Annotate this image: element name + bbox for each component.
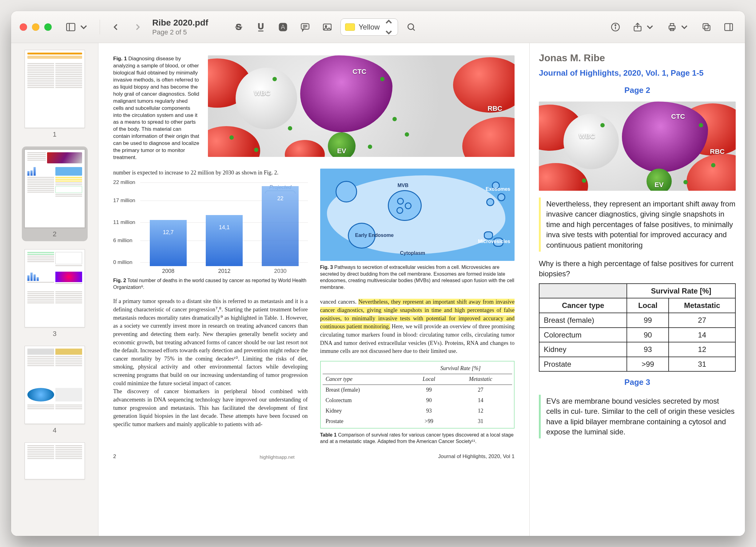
close-window-button[interactable]: [20, 23, 27, 31]
thumbnail-page-3[interactable]: 3: [22, 249, 88, 338]
thumbnail-page-5[interactable]: [22, 442, 88, 479]
chart-x-tick: 2030: [274, 267, 286, 275]
table-row: Colorectum9014: [323, 395, 512, 406]
notes-panel[interactable]: Jonas M. Ribe Journal of Highlights, 202…: [530, 43, 745, 536]
cell-local: >99: [409, 416, 449, 427]
svg-rect-23: [705, 25, 710, 30]
zoom-window-button[interactable]: [44, 23, 52, 31]
comment-tool-button[interactable]: [296, 18, 314, 36]
toolbar: Ribe 2020.pdf Page 2 of 5 S U A Yellow: [11, 11, 745, 43]
fig2-caption: Fig. 2 Total number of deaths in the wor…: [113, 277, 308, 290]
minimize-window-button[interactable]: [32, 23, 39, 31]
thumbnail-number: 4: [53, 426, 56, 434]
share-button[interactable]: [629, 18, 659, 36]
table1: Survival Rate [%] Cancer type Local Meta…: [323, 363, 512, 426]
fig3-caption: Fig. 3 Pathways to secretion of extracel…: [320, 264, 515, 290]
cell-meta: 27: [669, 313, 735, 328]
table1-highlight-box[interactable]: Survival Rate [%] Cancer type Local Meta…: [320, 361, 515, 428]
left-body: If a primary tumor spreads to a distant …: [113, 297, 308, 428]
page-forward-button[interactable]: [129, 18, 147, 36]
highlight-color-swatch: [345, 23, 355, 31]
cell-meta: 12: [449, 406, 512, 416]
svg-text:A: A: [281, 23, 285, 31]
thumbnail-number: 1: [53, 130, 56, 138]
cell-cancer-type: Kidney: [323, 406, 409, 416]
highlight-color-picker[interactable]: Yellow: [340, 18, 398, 36]
fig1-label-ctc: CTC: [352, 68, 366, 76]
fig1-label-ev: EV: [337, 147, 346, 155]
svg-rect-21: [670, 23, 674, 26]
cell-cancer-type: Kidney: [539, 342, 627, 357]
cell-cancer-type: Breast (female): [539, 313, 627, 328]
underline-tool-button[interactable]: U: [252, 18, 270, 36]
cell-meta: 27: [449, 385, 512, 395]
thumbnail-page-1[interactable]: 1: [22, 50, 88, 138]
pdf-viewer[interactable]: Fig. 1 Diagnosing disease by analyzing a…: [98, 43, 530, 536]
notes-panel-toggle-button[interactable]: [720, 18, 738, 36]
highlight-color-label: Yellow: [359, 23, 380, 31]
page-number: 2: [113, 453, 116, 460]
cell-cancer-type: Colorectum: [539, 328, 627, 342]
window-controls: [20, 23, 52, 31]
chart-bar-value: 12,7: [163, 229, 174, 237]
chart-bar-value: 14,1: [219, 224, 230, 232]
page-footer: 2 highlightsapp.net Journal of Highlight…: [113, 453, 515, 460]
footer-site: highlightsapp.net: [116, 454, 438, 460]
right-body: vanced cancers. Nevertheless, they repre…: [320, 298, 515, 355]
chart-y-tick: 6 million: [113, 237, 132, 244]
chart-bar: 222030: [262, 186, 299, 266]
chart-y-tick: 22 million: [113, 179, 135, 186]
info-button[interactable]: [607, 18, 624, 36]
cell-cancer-type: Breast (female): [323, 385, 409, 395]
notes-green-snippet[interactable]: EVs are membrane bound vesicles secreted…: [539, 395, 736, 438]
cell-local: 93: [409, 406, 449, 416]
stepper-icon: [384, 17, 394, 38]
table-row: Prostate>9931: [323, 416, 512, 427]
fig3-label: Fig. 3: [320, 265, 333, 270]
table1-caption: Table 1 Comparison of survival rates for…: [320, 432, 515, 445]
lead-sentence: number is expected to increase to 22 mil…: [113, 169, 308, 177]
copy-button[interactable]: [698, 18, 715, 36]
fig1-label-rbc: RBC: [487, 105, 502, 113]
fig1-label: Fig. 1: [113, 56, 127, 62]
thumbnail-page-4[interactable]: 4: [22, 346, 88, 434]
svg-point-18: [615, 24, 616, 25]
search-button[interactable]: [402, 18, 420, 36]
text-highlight-tool-button[interactable]: A: [274, 18, 292, 36]
content-area: 1: [11, 43, 745, 536]
fig1-caption: Fig. 1 Diagnosing disease by analyzing a…: [113, 55, 199, 161]
table-row: Breast (female)9927: [539, 313, 735, 328]
svg-point-13: [325, 25, 327, 27]
notes-user-question[interactable]: Why is there a high percentage of false …: [539, 258, 736, 279]
cell-meta: 31: [449, 416, 512, 427]
cell-local: 99: [409, 385, 449, 395]
thumbnail-page-2[interactable]: 2: [22, 146, 88, 241]
page-back-button[interactable]: [107, 18, 125, 36]
notes-journal-link[interactable]: Journal of Highlights, 2020, Vol. 1, Pag…: [539, 67, 736, 78]
cell-cancer-type: Colorectum: [323, 395, 409, 406]
notes-page2-label[interactable]: Page 2: [539, 85, 736, 96]
cell-local: 99: [627, 313, 669, 328]
footer-journal: Journal of Highlights, 2020, Vol 1: [438, 453, 515, 460]
svg-rect-24: [703, 23, 708, 29]
cell-meta: 31: [669, 357, 735, 372]
fig3-image: Early Endosome MVB Exosomes Microvesicle…: [320, 169, 515, 261]
pdf-page: Fig. 1 Diagnosing disease by analyzing a…: [98, 43, 529, 462]
cell-meta: 14: [669, 328, 735, 342]
print-button[interactable]: [663, 18, 693, 36]
table-row: Colorectum9014: [539, 328, 735, 342]
table-row: Prostate>9931: [539, 357, 735, 372]
sidebar-toggle-button[interactable]: [62, 18, 93, 36]
notes-yellow-snippet[interactable]: Nevertheless, they represent an importan…: [539, 198, 736, 252]
cell-cancer-type: Prostate: [539, 357, 627, 372]
notes-page3-label[interactable]: Page 3: [539, 377, 736, 388]
svg-text:U: U: [258, 22, 264, 31]
cell-local: >99: [627, 357, 669, 372]
notes-table[interactable]: Survival Rate [%] Cancer type Local Meta…: [539, 283, 736, 372]
image-highlight-tool-button[interactable]: [318, 18, 336, 36]
thumbnail-sidebar[interactable]: 1: [11, 43, 98, 536]
strikethrough-tool-button[interactable]: S: [230, 18, 248, 36]
notes-image-clip[interactable]: WBC CTC RBC EV: [539, 102, 736, 191]
svg-line-15: [413, 29, 415, 30]
thumbnail-number: 2: [53, 230, 56, 238]
